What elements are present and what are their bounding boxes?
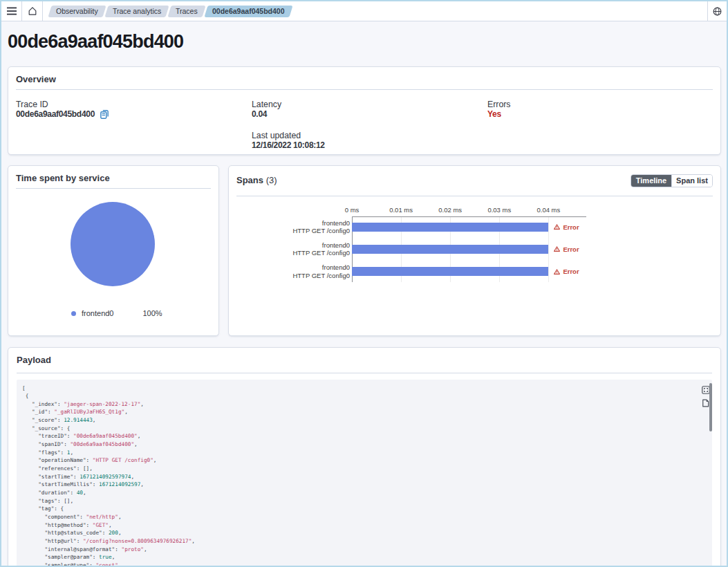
overview-field-value-text: 00de6a9aaf045bd400 [16, 109, 95, 120]
gantt-chart[interactable]: 0 ms0.01 ms0.02 ms0.03 ms0.04 msfrontend… [236, 196, 713, 328]
breadcrumb-item-4[interactable]: 00de6a9aaf045bd400 [204, 6, 292, 17]
overview-grid: Trace ID00de6a9aaf045bd400Latency0.04Err… [16, 100, 713, 151]
menu-icon[interactable] [1, 1, 21, 21]
overview-field-value: Yes [487, 109, 713, 120]
pie-legend: frontend0100% [8, 309, 218, 317]
gantt-row-operation: HTTP GET /config0 [236, 272, 350, 280]
breadcrumb-label: Trace analytics [113, 6, 161, 17]
legend-percent: 100% [142, 309, 162, 317]
warning-triangle-icon [554, 269, 560, 275]
overview-panel: Overview Trace ID00de6a9aaf045bd400Laten… [8, 66, 721, 155]
header-right-group [707, 1, 727, 21]
span-error-badge: Error [554, 268, 579, 275]
overview-field: Latency0.04 [252, 100, 487, 120]
overview-field: Trace ID00de6a9aaf045bd400 [16, 100, 252, 120]
gantt-row-operation: HTTP GET /config0 [236, 249, 350, 257]
gantt-row-operation: HTTP GET /config0 [236, 227, 350, 235]
app-window: ObservabilityTrace analyticsTraces00de6a… [0, 0, 728, 567]
spans-header: Spans (3) TimelineSpan list [236, 173, 713, 187]
pie-chart[interactable] [70, 201, 156, 287]
view-toggle-timeline[interactable]: Timeline [631, 175, 671, 187]
time-spent-title: Time spent by service [16, 173, 211, 184]
gantt-row-label: frontend0HTTP GET /config0 [236, 219, 350, 235]
globe-icon [713, 7, 722, 16]
home-button[interactable] [22, 1, 42, 21]
spans-panel: Spans (3) TimelineSpan list 0 ms0.01 ms0… [228, 165, 721, 336]
copy-icon [702, 399, 709, 407]
spans-title-text: Spans [236, 175, 263, 185]
gantt-span-bar[interactable] [352, 267, 548, 276]
payload-title: Payload [17, 355, 712, 366]
spans-count: (3) [266, 175, 277, 185]
codeblock-scrollbar-thumb[interactable] [709, 383, 712, 431]
legend-dot [71, 311, 76, 316]
spans-title: Spans (3) [236, 173, 631, 186]
breadcrumb-item-1[interactable]: Observability [48, 6, 106, 17]
overview-field-label: Latency [252, 100, 487, 109]
overview-title: Overview [16, 74, 713, 85]
gantt-row-label: frontend0HTTP GET /config0 [236, 241, 350, 257]
page-content: 00de6a9aaf045bd400 Overview Trace ID00de… [1, 21, 727, 567]
time-spent-divider [16, 188, 211, 189]
view-toggle-span-list[interactable]: Span list [672, 175, 712, 187]
gantt-row-service: frontend0 [236, 219, 350, 227]
span-error-label: Error [563, 223, 579, 231]
header-divider [42, 1, 43, 21]
breadcrumb-item-3[interactable]: Traces [167, 6, 205, 17]
overview-field-value-text: 0.04 [252, 109, 267, 120]
overview-field-label: Errors [487, 100, 713, 109]
home-icon [28, 6, 37, 16]
span-error-badge: Error [554, 245, 579, 253]
span-error-label: Error [563, 268, 579, 275]
payload-divider [17, 373, 712, 373]
overview-field: Last updated12/16/2022 10:08:12 [252, 131, 487, 151]
overview-field-value: 00de6a9aaf045bd400 [16, 109, 252, 120]
warning-triangle-icon [554, 246, 560, 252]
legend-service-name[interactable]: frontend0 [82, 309, 113, 317]
payload-json: [ { "_index": "jaeger-span-2022-12-17", … [22, 384, 707, 567]
span-error-label: Error [563, 245, 579, 253]
payload-panel: Payload [ { "_index": "jaeger-span-2022-… [8, 347, 721, 567]
copy-trace-id-button[interactable] [100, 110, 109, 119]
span-error-badge: Error [554, 223, 579, 231]
gantt-axis-tick-label: 0.01 ms [389, 206, 413, 214]
hamburger-icon [7, 7, 17, 15]
overview-field: ErrorsYes [487, 100, 713, 120]
breadcrumb-item-2[interactable]: Trace analytics [104, 6, 169, 17]
breadcrumb-label: 00de6a9aaf045bd400 [212, 6, 285, 17]
copy-to-clipboard-icon [100, 110, 109, 119]
overview-field-value: 0.04 [252, 109, 487, 120]
globe-button[interactable] [708, 1, 727, 21]
overview-divider [16, 89, 713, 90]
payload-codeblock: [ { "_index": "jaeger-span-2022-12-17", … [17, 380, 712, 567]
time-spent-panel: Time spent by service frontend0100% [8, 165, 219, 336]
gantt-span-bar[interactable] [352, 223, 548, 232]
gantt-row-service: frontend0 [236, 241, 350, 250]
gantt-axis-tick-label: 0.02 ms [438, 206, 462, 214]
overview-field-label: Last updated [252, 131, 487, 140]
gantt-axis-tick-label: 0 ms [345, 206, 360, 214]
spans-view-toggle: TimelineSpan list [631, 174, 713, 187]
top-navigation-bar: ObservabilityTrace analyticsTraces00de6a… [1, 1, 727, 21]
overview-field-value-text: Yes [487, 109, 501, 120]
overview-field-value-text: 12/16/2022 10:08:12 [252, 140, 325, 151]
overview-field-label: Trace ID [16, 100, 252, 109]
gantt-axis-tick-label: 0.03 ms [487, 206, 511, 214]
breadcrumb: ObservabilityTrace analyticsTraces00de6a… [50, 6, 707, 17]
gantt-row-service: frontend0 [236, 263, 350, 272]
warning-triangle-icon [554, 224, 560, 230]
breadcrumb-label: Traces [176, 6, 198, 17]
gantt-span-bar[interactable] [352, 245, 548, 254]
gantt-axis-top [352, 216, 586, 217]
page-title: 00de6a9aaf045bd400 [8, 31, 721, 52]
middle-row: Time spent by service frontend0100% Span… [8, 165, 721, 336]
gantt-row-label: frontend0HTTP GET /config0 [236, 263, 350, 279]
gantt-gridline [548, 216, 549, 282]
breadcrumb-label: Observability [56, 6, 98, 17]
overview-field-value: 12/16/2022 10:08:12 [252, 140, 487, 151]
gantt-axis-tick-label: 0.04 ms [536, 206, 560, 214]
